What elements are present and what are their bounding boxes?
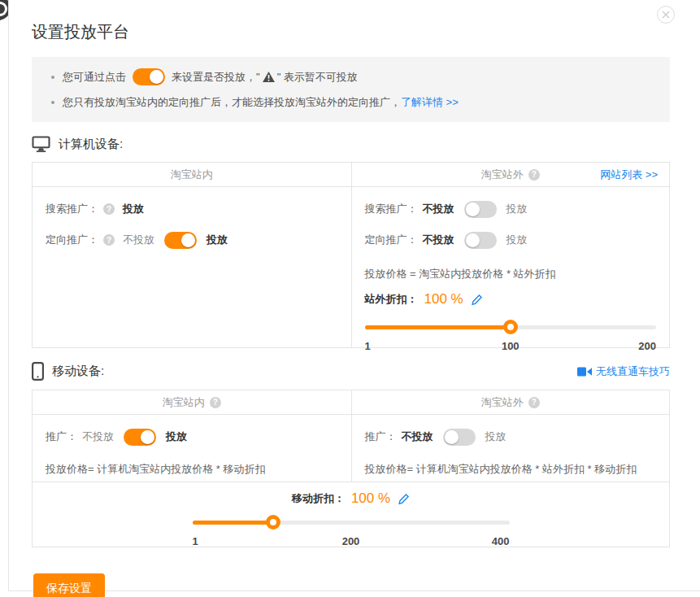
mobile-offsite-header: 淘宝站外 [352, 390, 670, 415]
mobile-onsite-off-label: 不投放 [82, 429, 114, 444]
help-icon[interactable] [528, 169, 540, 181]
toggle-knob [466, 233, 480, 247]
wireless-tips-label: 无线直通车技巧 [596, 364, 670, 379]
mobile-onsite-formula: 投放价格= 计算机淘宝站内投放价格 * 移动折扣 [46, 462, 338, 477]
toggle-knob [141, 430, 154, 444]
toggle-knob [150, 70, 163, 84]
slider-handle[interactable] [503, 320, 518, 334]
computer-section-title: 计算机设备: [59, 137, 123, 152]
offsite-discount-label: 站外折扣： [365, 292, 418, 307]
tick-mid: 100 [502, 340, 520, 352]
offsite-discount-value: 100 % [424, 291, 463, 307]
toggle-knob [181, 233, 195, 247]
slider-ticks: 1 100 200 [365, 340, 657, 353]
offsite-target-row: 定向推广： 不投放 投放 [365, 231, 657, 249]
mobile-section-header: 移动设备: 无线直通车技巧 [32, 362, 670, 381]
slider-fill [365, 325, 511, 329]
warning-icon [263, 72, 275, 85]
monitor-icon [32, 136, 50, 153]
offsite-target-off-label: 不投放 [423, 233, 454, 247]
save-settings-button[interactable]: 保存设置 [33, 573, 105, 597]
search-promo-row: 搜索推广： 投放 [46, 200, 338, 218]
offsite-search-row: 搜索推广： 不投放 投放 [365, 200, 657, 218]
computer-onsite-header: 淘宝站内 [33, 163, 351, 187]
mobile-onsite-toggle[interactable] [124, 429, 156, 446]
notice-box: 您可通过点击 来设置是否投放，" " 表示暂不可投放 您只有投放淘宝站内的定向推… [32, 57, 670, 122]
search-promo-label: 搜索推广： [46, 202, 98, 216]
offsite-search-off-label: 不投放 [423, 202, 454, 216]
mobile-onsite-promo-label: 推广： [46, 429, 77, 444]
slider-handle[interactable] [266, 515, 280, 529]
edit-icon[interactable] [398, 493, 410, 505]
computer-offsite-header: 淘宝站外 网站列表 >> [352, 163, 670, 187]
tick-max: 200 [638, 340, 656, 352]
offsite-search-toggle[interactable] [464, 201, 497, 218]
bullet-dot [51, 76, 54, 79]
offsite-target-label: 定向推广： [365, 233, 418, 247]
page-title: 设置投放平台 [32, 0, 670, 43]
mobile-table: 淘宝站内 推广： 不投放 投放 投放价格= 计算机淘宝站内投放价格 * 移动折扣 [32, 390, 670, 547]
target-promo-row: 定向推广： 不投放 投放 [46, 231, 338, 249]
tick-mid: 200 [342, 535, 360, 547]
target-promo-on-label: 投放 [207, 233, 228, 247]
tick-min: 1 [365, 340, 371, 352]
mobile-offsite-on-label: 投放 [485, 429, 507, 444]
offsite-target-on-label: 投放 [507, 233, 528, 247]
computer-offsite-header-label: 淘宝站外 [481, 168, 524, 182]
offsite-discount-slider [365, 320, 657, 334]
computer-onsite-header-label: 淘宝站内 [171, 168, 213, 182]
tick-max: 400 [492, 535, 510, 547]
mobile-offsite-formula: 投放价格= 计算机淘宝站内投放价格 * 站外折扣 * 移动折扣 [365, 462, 657, 477]
offsite-price-formula: 投放价格 = 淘宝站内投放价格 * 站外折扣 [365, 267, 657, 281]
help-icon[interactable] [103, 203, 115, 215]
edit-icon[interactable] [472, 294, 483, 306]
target-promo-toggle[interactable] [164, 232, 197, 249]
offsite-discount-row: 站外折扣： 100 % [365, 291, 657, 307]
offsite-search-label: 搜索推广： [365, 202, 418, 216]
notice-2-text: 您只有投放淘宝站内的定向推广后，才能选择投放淘宝站外的定向推广， [63, 95, 401, 110]
mobile-onsite-promo-row: 推广： 不投放 投放 [46, 428, 338, 446]
help-icon[interactable] [103, 234, 115, 246]
mobile-offsite-toggle[interactable] [443, 429, 476, 446]
help-icon[interactable] [528, 397, 540, 408]
website-list-link[interactable]: 网站列表 >> [600, 168, 658, 182]
mobile-discount-row: 移动折扣： 100 % [33, 490, 669, 507]
notice-1-mid: 来设置是否投放，" [172, 70, 260, 85]
mobile-discount-slider [193, 515, 510, 529]
mobile-onsite-header: 淘宝站内 [33, 390, 351, 415]
mobile-offsite-promo-row: 推广： 不投放 投放 [365, 428, 657, 446]
notice-line-2: 您只有投放淘宝站内的定向推广后，才能选择投放淘宝站外的定向推广， 了解详情 >> [32, 92, 670, 112]
wireless-tips-link[interactable]: 无线直通车技巧 [577, 364, 670, 379]
toggle-knob [445, 430, 459, 444]
learn-more-link[interactable]: 了解详情 >> [401, 95, 459, 110]
target-promo-label: 定向推广： [46, 233, 98, 247]
toggle-knob [466, 203, 480, 216]
close-icon [658, 11, 674, 19]
mobile-discount-label: 移动折扣： [292, 491, 345, 506]
slider-fill [193, 521, 273, 525]
computer-table: 淘宝站内 搜索推广： 投放 定向推广： 不投放 [32, 162, 670, 348]
mobile-discount-panel: 移动折扣： 100 % 1 200 400 [33, 482, 669, 547]
computer-section-header: 计算机设备: [32, 136, 670, 153]
mobile-onsite-on-label: 投放 [166, 429, 187, 444]
mobile-offsite-off-label: 不投放 [402, 429, 433, 444]
settings-dialog: 设置投放平台 您可通过点击 来设置是否投放，" " 表示暂不可投放 您只有投放淘… [8, 0, 700, 591]
notice-1-post: " 表示暂不可投放 [277, 70, 358, 85]
example-toggle [133, 68, 165, 85]
tick-min: 1 [193, 535, 198, 547]
mobile-discount-value: 100 % [351, 490, 390, 507]
close-button[interactable] [657, 6, 675, 24]
mobile-offsite-column: 淘宝站外 推广： 不投放 投放 投放价格= 计算机淘宝站内投放价格 * 站外折扣… [351, 390, 670, 482]
notice-line-1: 您可通过点击 来设置是否投放，" " 表示暂不可投放 [32, 67, 670, 87]
slider-ticks: 1 200 400 [193, 535, 510, 548]
offsite-target-toggle[interactable] [464, 232, 497, 249]
help-icon[interactable] [210, 397, 221, 408]
bullet-dot [51, 101, 54, 104]
search-promo-status: 投放 [123, 202, 144, 216]
target-promo-off-label: 不投放 [123, 233, 154, 247]
computer-onsite-column: 淘宝站内 搜索推广： 投放 定向推广： 不投放 [33, 163, 351, 347]
computer-offsite-column: 淘宝站外 网站列表 >> 搜索推广： 不投放 投放 定向推广： [351, 163, 670, 347]
mobile-section-title: 移动设备: [52, 364, 104, 379]
mobile-onsite-header-label: 淘宝站内 [163, 395, 205, 410]
mobile-onsite-column: 淘宝站内 推广： 不投放 投放 投放价格= 计算机淘宝站内投放价格 * 移动折扣 [33, 390, 351, 482]
